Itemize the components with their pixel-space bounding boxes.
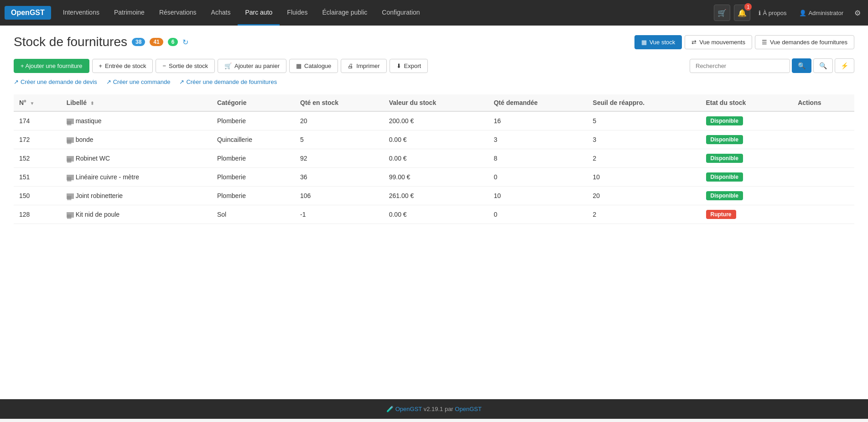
info-icon: ℹ [759,10,761,16]
table-row: 151 Linéaire cuivre - mètre Plomberie 36… [14,168,854,187]
link-demande-devis[interactable]: ↗ Créer une demande de devis [14,78,97,85]
catalogue-icon: ▦ [296,63,301,69]
badge-6: 6 [168,38,178,46]
status-badge: Disponible [706,135,743,144]
cell-seuil: 20 [587,187,701,205]
filter-button[interactable]: ⚡ [835,58,854,73]
nav-item-fluides[interactable]: Fluides [280,0,315,26]
search-icon: 🔍 [798,62,806,69]
col-demandee: Qté demandée [488,94,587,111]
grid-icon: ▦ [641,39,647,46]
search-input[interactable] [690,59,790,73]
search-area: 🔍 🔍 ⚡ [690,58,854,73]
col-valeur: Valeur du stock [384,94,489,111]
nav-item-eclairage[interactable]: Éclairage public [315,0,374,26]
vue-mouvements-button[interactable]: ⇄ Vue mouvements [685,35,752,49]
nav-item-parc-auto[interactable]: Parc auto [238,0,280,26]
cell-libelle: Kit nid de poule [61,205,212,224]
item-icon [67,156,74,162]
cart-icon: 🛒 [717,9,727,17]
vue-demandes-button[interactable]: ☰ Vue demandes de fournitures [755,35,854,49]
table-row: 174 mastique Plomberie 20 200.00 € 16 5 … [14,111,854,130]
footer-link-2[interactable]: OpenGST [455,406,482,412]
main-content: Stock de fournitures 38 41 6 ↻ ▦ Vue sto… [0,26,868,399]
bell-button[interactable]: 🔔 1 [734,5,750,21]
cell-seuil: 3 [587,130,701,149]
cell-etat: Rupture [701,205,793,224]
table-row: 172 bonde Quincaillerie 5 0.00 € 3 3 Dis… [14,130,854,149]
list-icon: ☰ [762,39,767,46]
status-badge: Disponible [706,191,743,200]
cell-valeur: 0.00 € [384,149,489,168]
cell-demandee: 0 [488,205,587,224]
cell-etat: Disponible [701,149,793,168]
cell-qte: 92 [295,149,384,168]
view-buttons: ▦ Vue stock ⇄ Vue mouvements ☰ Vue deman… [634,35,854,49]
cell-demandee: 0 [488,168,587,187]
export-icon: ⬇ [396,63,401,69]
cell-qte: 36 [295,168,384,187]
export-button[interactable]: ⬇ Export [390,59,428,73]
sortie-stock-button[interactable]: − Sortie de stock [156,59,215,73]
nav-item-configuration[interactable]: Configuration [374,0,427,26]
cart-button[interactable]: 🛒 [714,5,730,21]
search-button[interactable]: 🔍 [792,58,811,73]
apropos-label: À propos [763,10,786,16]
cell-categorie: Plomberie [212,168,295,187]
status-badge: Rupture [706,210,736,219]
entree-icon: + [99,63,103,69]
search-advanced-button[interactable]: 🔍 [813,58,833,73]
cell-qte: 5 [295,130,384,149]
link-commande[interactable]: ↗ Créer une commande [106,78,171,85]
cell-actions [792,149,854,168]
vue-stock-button[interactable]: ▦ Vue stock [634,35,682,49]
imprimer-button[interactable]: 🖨 Imprimer [341,59,386,73]
nav-item-reservations[interactable]: Réservations [152,0,204,26]
cell-seuil: 10 [587,168,701,187]
cell-demandee: 10 [488,187,587,205]
cell-etat: Disponible [701,187,793,205]
nav-item-achats[interactable]: Achats [204,0,238,26]
sort-icon-libelle: ⬍ [90,101,94,106]
cell-seuil: 2 [587,149,701,168]
catalogue-button[interactable]: ▦ Catalogue [289,59,338,73]
cell-categorie: Plomberie [212,111,295,130]
status-badge: Disponible [706,154,743,163]
sortie-icon: − [162,63,166,69]
footer-link-1[interactable]: OpenGST [395,406,422,412]
col-libelle[interactable]: Libellé ⬍ [61,94,212,111]
settings-icon[interactable]: ⚙ [852,6,863,20]
cell-id: 174 [14,111,61,130]
link-demande-fournitures[interactable]: ↗ Créer une demande de fournitures [179,78,277,85]
cell-libelle: Joint robinetterie [61,187,212,205]
cell-qte: 20 [295,111,384,130]
page-title-area: Stock de fournitures 38 41 6 ↻ [14,35,188,49]
external-link-icon-3: ↗ [179,78,184,85]
page-title: Stock de fournitures [14,35,127,49]
status-badge: Disponible [706,172,743,182]
cell-demandee: 3 [488,130,587,149]
table-container: N° ▼ Libellé ⬍ Catégorie Qté en stock Va… [14,94,854,224]
panier-button[interactable]: 🛒 Ajouter au panier [218,59,286,73]
external-link-icon: ↗ [14,78,19,85]
nav-item-interventions[interactable]: Interventions [56,0,107,26]
badge-41: 41 [150,38,163,46]
navbar-right: 🛒 🔔 1 ℹ À propos 👤 Administrator ⚙ [714,5,863,21]
nav-item-patrimoine[interactable]: Patrimoine [107,0,152,26]
cell-libelle: Linéaire cuivre - mètre [61,168,212,187]
stock-table: N° ▼ Libellé ⬍ Catégorie Qté en stock Va… [14,94,854,224]
navbar: OpenGST Interventions Patrimoine Réserva… [0,0,868,26]
cell-seuil: 2 [587,205,701,224]
admin-button[interactable]: 👤 Administrator [795,7,848,19]
add-fourniture-button[interactable]: + Ajouter une fourniture [14,59,89,73]
brand-logo[interactable]: OpenGST [5,6,51,20]
col-num[interactable]: N° ▼ [14,94,61,111]
cell-valeur: 200.00 € [384,111,489,130]
entree-stock-button[interactable]: + Entrée de stock [92,59,153,73]
apropos-button[interactable]: ℹ À propos [754,7,791,19]
cell-valeur: 261.00 € [384,187,489,205]
item-icon [67,175,74,180]
refresh-icon[interactable]: ↻ [182,38,188,47]
cell-id: 128 [14,205,61,224]
cell-id: 151 [14,168,61,187]
